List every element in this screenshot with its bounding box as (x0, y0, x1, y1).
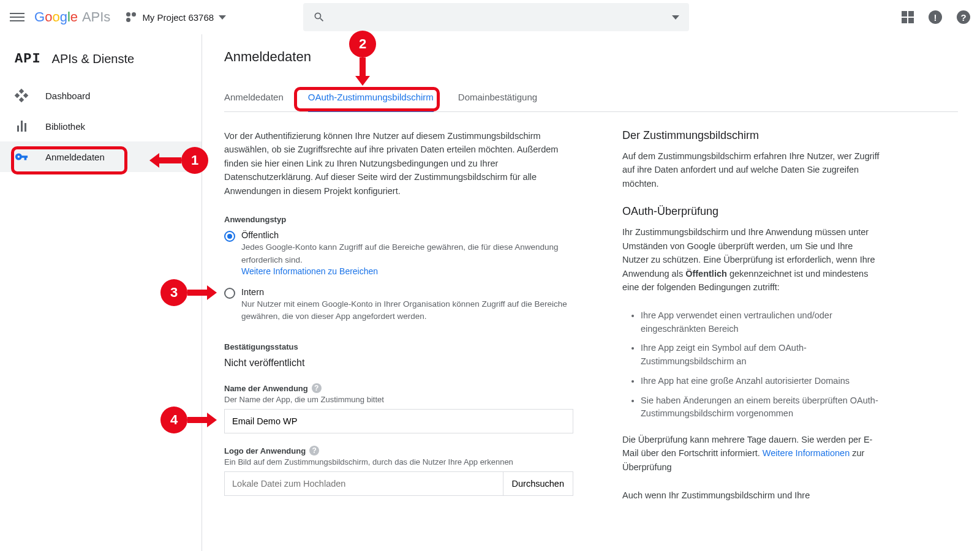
help-icon[interactable]: ? (312, 383, 322, 393)
tabs: Anmeldedaten OAuth-Zustimmungsbildschirm… (224, 92, 958, 112)
review-link[interactable]: Weitere Informationen (763, 448, 850, 458)
radio-public-desc: Jedes Google-Konto kann Zugriff auf die … (241, 241, 573, 266)
applogo-hint: Ein Bild auf dem Zustimmungsbildschirm, … (224, 457, 573, 467)
aside-consent-body: Auf dem Zustimmungsbildschirm erfahren I… (622, 149, 880, 190)
sidebar-item-dashboard[interactable]: Dashboard (0, 80, 202, 111)
intro-text: Vor der Authentifizierung können Ihre Nu… (224, 129, 573, 198)
search-caret-icon (672, 15, 679, 20)
annotation-3: 3 (160, 279, 208, 306)
aside-consent-title: Der Zustimmungsbildschirm (622, 129, 880, 142)
appname-input[interactable] (224, 409, 573, 433)
help-icon[interactable]: ? (957, 10, 970, 24)
project-selector[interactable]: My Project 63768 (125, 11, 226, 23)
aside-oauth-title: OAuth-Überprüfung (622, 205, 880, 218)
aside-oauth-body: Ihr Zustimmungsbildschirm und Ihre Anwen… (622, 225, 880, 294)
search-input[interactable] (331, 12, 666, 23)
google-apis-logo: Google APIs (34, 9, 110, 25)
aside-tail: Auch wenn Ihr Zustimmungsbildschirm und … (622, 489, 880, 502)
dashboard-icon (15, 89, 28, 102)
annotation-4: 4 (160, 407, 208, 433)
radio-internal-desc: Nur Nutzer mit einem Google-Konto in Ihr… (241, 298, 573, 323)
project-icon (125, 11, 137, 23)
page-title: Anmeldedaten (224, 49, 958, 65)
key-icon (15, 150, 28, 163)
search-box[interactable] (303, 3, 689, 31)
browse-button[interactable]: Durchsuchen (503, 471, 573, 496)
library-icon (17, 121, 26, 132)
status-value: Nicht veröffentlicht (224, 358, 573, 369)
search-icon (313, 11, 325, 23)
apptype-label: Anwendungstyp (224, 215, 573, 224)
sidebar-item-label: Anmeldedaten (45, 152, 105, 162)
appname-label: Name der Anwendung (224, 384, 308, 393)
aside-conditions-list: Ihre App verwendet einen vertraulichen u… (622, 309, 880, 421)
applogo-label: Logo der Anwendung (224, 446, 306, 455)
main-content: Anmeldedaten Anmeldedaten OAuth-Zustimmu… (202, 34, 980, 551)
sidebar-item-label: Dashboard (45, 91, 90, 101)
sidebar-title: APIs & Dienste (52, 52, 135, 66)
tab-credentials[interactable]: Anmeldedaten (224, 92, 284, 111)
annotation-1: 1 (158, 147, 208, 174)
applogo-file-input[interactable] (224, 471, 503, 496)
annotation-2: 2 (349, 31, 376, 77)
radio-public[interactable] (224, 231, 235, 242)
list-item: Ihre App hat eine große Anzahl autorisie… (641, 375, 880, 388)
tab-domain-verify[interactable]: Domainbestätigung (458, 92, 537, 111)
gift-icon[interactable] (902, 11, 914, 23)
radio-internal[interactable] (224, 288, 235, 299)
caret-down-icon (219, 15, 226, 20)
aside-review-text: Die Überprüfung kann mehrere Tage dauern… (622, 433, 880, 474)
sidebar-item-label: Bibliothek (45, 121, 85, 132)
sidebar-item-library[interactable]: Bibliothek (0, 111, 202, 141)
api-icon: API (15, 51, 41, 67)
list-item: Ihre App zeigt ein Symbol auf dem OAuth-… (641, 342, 880, 369)
scopes-link[interactable]: Weitere Informationen zu Bereichen (241, 266, 378, 276)
radio-internal-label: Intern (241, 287, 573, 297)
tab-oauth-consent[interactable]: OAuth-Zustimmungsbildschirm (308, 92, 434, 112)
appname-hint: Der Name der App, die um Zustimmung bitt… (224, 395, 573, 404)
list-item: Ihre App verwendet einen vertraulichen u… (641, 309, 880, 336)
project-name: My Project 63768 (142, 12, 214, 23)
help-icon[interactable]: ? (309, 446, 319, 455)
menu-icon[interactable] (10, 10, 24, 24)
radio-public-label: Öffentlich (241, 230, 573, 240)
notifications-icon[interactable]: ! (929, 10, 942, 24)
status-label: Bestätigungsstatus (224, 342, 573, 351)
list-item: Sie haben Änderungen an einem bereits üb… (641, 394, 880, 421)
